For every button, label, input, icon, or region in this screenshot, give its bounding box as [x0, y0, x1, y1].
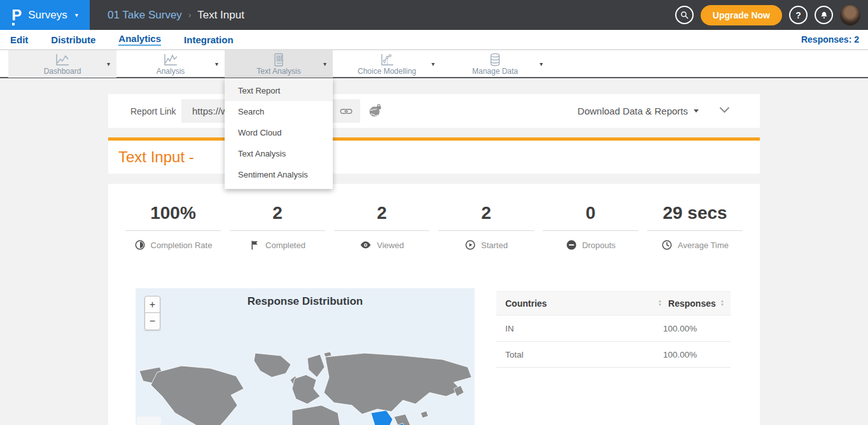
database-icon — [487, 52, 503, 67]
countries-table: Countries ▲▼ Responses ▲▼ IN 100.00% Tot… — [496, 291, 731, 368]
sort-icon[interactable]: ▲▼ — [720, 300, 724, 307]
divider — [543, 230, 638, 231]
play-circle-icon — [465, 239, 476, 251]
tab-dashboard[interactable]: Dashboard ▾ — [8, 50, 116, 78]
map-attribution — [137, 417, 161, 425]
column-header-responses[interactable]: Responses — [668, 298, 718, 309]
tab-label: Manage Data — [441, 67, 549, 76]
table-row-total: Total 100.00% — [496, 342, 731, 368]
minus-circle-icon — [566, 239, 577, 251]
stat-viewed: 2 Viewed — [330, 203, 434, 251]
download-data-reports-label: Download Data & Reports — [578, 106, 688, 116]
report-link-bar: Report Link https://ww Download Data & R… — [108, 94, 760, 128]
copy-link-icon[interactable] — [340, 107, 353, 116]
chevron-down-icon[interactable]: ▾ — [540, 60, 543, 67]
brand-logo-icon: P — [11, 8, 22, 23]
responses-cell: 100.00% — [663, 350, 731, 359]
stat-completion-rate: 100% Completion Rate — [121, 203, 225, 251]
nav-item-distribute[interactable]: Distribute — [51, 34, 95, 45]
stat-completed: 2 Completed — [225, 203, 330, 251]
product-name: Surveys — [28, 9, 67, 22]
chevron-down-icon[interactable]: ▾ — [215, 60, 218, 67]
header-actions: Upgrade Now ? — [675, 0, 860, 30]
trend-chart-icon — [162, 52, 179, 67]
breadcrumb-separator-icon: › — [188, 10, 191, 20]
breadcrumb-survey-link[interactable]: 01 Take Survey — [108, 9, 182, 22]
download-data-reports-menu[interactable]: Download Data & Reports — [578, 94, 699, 128]
country-cell: Total — [496, 350, 663, 359]
completion-rate-icon — [134, 239, 146, 251]
sort-icon[interactable]: ▲▼ — [658, 300, 662, 307]
question-mark-icon: ? — [795, 10, 801, 20]
stat-started: 2 Started — [434, 203, 538, 251]
text-analysis-dropdown-menu: Text Report Search Word Cloud Text Analy… — [225, 78, 333, 189]
menu-item-word-cloud[interactable]: Word Cloud — [225, 122, 333, 143]
menu-item-text-analysis[interactable]: Text Analysis — [225, 143, 333, 164]
stat-label: Dropouts — [582, 240, 616, 250]
stat-label: Average Time — [678, 240, 729, 250]
divider — [125, 230, 221, 231]
nav-item-integration[interactable]: Integration — [184, 34, 234, 45]
caret-down-icon — [694, 109, 699, 113]
help-button[interactable]: ? — [789, 6, 808, 24]
map-zoom-in-button[interactable]: + — [144, 296, 160, 313]
nav-item-analytics[interactable]: Analytics — [118, 33, 161, 46]
top-header-bar: P Surveys ▾ 01 Take Survey › Text Input … — [0, 0, 868, 30]
stat-average-time: 29 secs Average Time — [643, 203, 747, 251]
question-title: Text Input - — [108, 141, 760, 174]
scatter-chart-icon — [379, 52, 395, 67]
stat-value: 2 — [434, 203, 538, 223]
upgrade-now-button[interactable]: Upgrade Now — [701, 5, 782, 25]
breadcrumb-current-page: Text Input — [197, 9, 244, 22]
divider — [647, 230, 743, 231]
map-zoom-control: + − — [144, 296, 160, 330]
tab-label: Choice Modelling — [333, 67, 441, 76]
chevron-down-icon[interactable]: ▾ — [107, 60, 110, 67]
world-map-graphic — [136, 352, 475, 425]
flag-icon — [249, 239, 260, 251]
tab-choice-modelling[interactable]: Choice Modelling ▾ — [333, 50, 441, 78]
survey-section-nav: Edit Distribute Analytics Integration Re… — [0, 30, 868, 50]
collapse-panel-chevron-icon[interactable] — [719, 106, 730, 113]
product-switcher[interactable]: P Surveys ▾ — [0, 0, 90, 30]
bell-icon — [820, 11, 829, 20]
line-chart-icon — [54, 52, 71, 67]
chevron-down-icon[interactable]: ▾ — [323, 60, 326, 67]
stat-label: Completed — [265, 240, 305, 250]
search-button[interactable] — [675, 6, 694, 24]
tab-analysis[interactable]: Analysis ▾ — [116, 50, 225, 78]
stat-dropouts: 0 Dropouts — [538, 203, 643, 251]
table-header-row: Countries ▲▼ Responses ▲▼ — [496, 291, 731, 316]
clock-icon — [661, 239, 673, 251]
notifications-button[interactable] — [815, 6, 833, 24]
chevron-down-icon: ▾ — [75, 11, 78, 18]
table-row: IN 100.00% — [496, 316, 731, 342]
column-header-countries[interactable]: Countries — [496, 298, 655, 309]
menu-item-sentiment-analysis[interactable]: Sentiment Analysis — [225, 164, 333, 185]
menu-item-text-report[interactable]: Text Report — [225, 80, 333, 101]
menu-item-search[interactable]: Search — [225, 101, 333, 122]
user-avatar[interactable] — [840, 5, 860, 25]
search-icon — [680, 10, 689, 20]
stat-value: 100% — [121, 203, 225, 223]
stat-value: 2 — [225, 203, 330, 223]
chevron-down-icon[interactable]: ▾ — [431, 60, 435, 67]
map-zoom-out-button[interactable]: − — [144, 313, 160, 330]
eye-icon — [360, 239, 372, 251]
tab-manage-data[interactable]: Manage Data ▾ — [441, 50, 549, 78]
question-title-card: Text Input - — [108, 141, 760, 174]
tab-label: Analysis — [116, 67, 225, 76]
response-distribution-map[interactable]: Response Distribution + − — [136, 288, 475, 425]
responses-count[interactable]: Responses: 2 — [801, 34, 859, 45]
stat-label: Viewed — [377, 240, 403, 250]
tab-label: Text Analysis — [225, 67, 333, 76]
stat-value: 0 — [538, 203, 643, 223]
tab-label: Dashboard — [8, 67, 116, 76]
report-privacy-button[interactable] — [368, 104, 382, 118]
divider — [230, 230, 325, 231]
tab-text-analysis[interactable]: Text Analysis ▾ — [225, 50, 333, 78]
report-link-label: Report Link — [130, 94, 176, 128]
nav-item-edit[interactable]: Edit — [10, 34, 28, 45]
stat-label: Started — [481, 240, 508, 250]
stat-value: 2 — [330, 203, 434, 223]
